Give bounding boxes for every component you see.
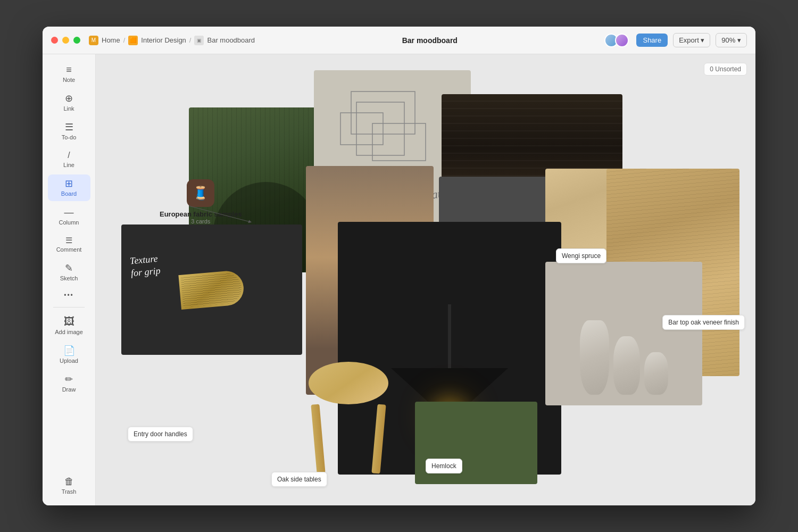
sidebar-label-line: Line [63,162,74,168]
breadcrumb-sep-2: / [189,36,192,44]
stool-leg-right [371,404,386,474]
sidebar-label-note: Note [63,77,75,83]
vase-tall [580,320,609,395]
stool-block [295,351,402,479]
link-icon: ⊕ [65,94,73,103]
moodboard: 0 Unsorted Herringbone pattern [96,54,755,505]
comment-icon: ☰ [65,236,72,244]
stool-top [309,362,388,404]
sidebar-item-todo[interactable]: ☰ To-do [48,118,90,145]
minimize-button[interactable] [62,37,69,44]
draw-icon: ✏ [65,375,73,384]
main-layout: ≡ Note ⊕ Link ☰ To-do / Line ⊞ Board ― C… [43,54,755,505]
unsorted-badge[interactable]: 0 Unsorted [704,63,747,76]
sidebar-item-board[interactable]: ⊞ Board [48,174,90,201]
sidebar-label-add-image: Add image [55,329,83,335]
sidebar-item-comment[interactable]: ☰ Comment [48,232,90,257]
upload-icon: 📄 [63,346,75,355]
breadcrumb-home[interactable]: Home [102,36,120,44]
sidebar-label-column: Column [59,219,79,226]
more-icon: ••• [64,292,74,298]
sidebar-label-comment: Comment [56,246,82,253]
sidebar-label-draw: Draw [62,386,76,393]
add-image-icon: 🖼 [64,316,74,327]
export-button[interactable]: Export ▾ [673,33,710,47]
sidebar-label-trash: Trash [62,488,77,495]
board-icon: ⊞ [65,179,73,188]
sidebar-divider [53,307,85,307]
sidebar-item-add-image[interactable]: 🖼 Add image [48,312,90,339]
app-icon: M [89,36,98,45]
handle-shape [178,270,245,310]
hemlock-label: Hemlock [426,459,462,473]
title-bar: M Home / 🟧 Interior Design / ▣ Bar moodb… [43,27,755,54]
avatar-user-b [615,34,629,47]
line-icon: / [68,151,70,160]
door-handle-block [121,225,302,355]
sidebar-item-note[interactable]: ≡ Note [48,61,90,87]
texture-grip-note: Texturefor grip [129,253,161,280]
sidebar-item-upload[interactable]: 📄 Upload [48,342,90,368]
sidebar-item-sketch[interactable]: ✎ Sketch [48,259,90,286]
avatar-stack [604,34,629,47]
fabric-title: European fabric samples [160,210,242,218]
app-window: M Home / 🟧 Interior Design / ▣ Bar moodb… [43,27,755,505]
trash-icon: 🗑 [64,477,74,486]
entry-door-label: Entry door handles [128,427,193,442]
zoom-button[interactable]: 90% ▾ [716,33,747,47]
fabric-label: European fabric samples 3 cards [160,210,242,225]
oak-tables-label: Oak side tables [271,472,327,487]
fabric-count: 3 cards [160,218,242,225]
vase-mid [613,336,640,395]
sidebar-label-sketch: Sketch [60,275,78,281]
maximize-button[interactable] [73,37,80,44]
sidebar-item-line[interactable]: / Line [48,147,90,172]
close-button[interactable] [51,37,58,44]
breadcrumb: M Home / 🟧 Interior Design / ▣ Bar moodb… [89,36,255,45]
sidebar-label-link: Link [63,105,74,112]
column-icon: ― [64,207,74,217]
lamp-stem [448,304,451,368]
fabric-samples-group: 🧵 European fabric samples 3 cards [160,179,242,225]
note-icon: ≡ [66,65,72,74]
share-button[interactable]: Share [636,34,668,47]
sidebar: ≡ Note ⊕ Link ☰ To-do / Line ⊞ Board ― C… [43,54,96,505]
title-bar-right: Share Export ▾ 90% ▾ [604,33,747,47]
sidebar-label-board: Board [61,190,77,197]
vases-block [545,262,702,405]
fabric-icon: 🧵 [187,179,214,207]
breadcrumb-page[interactable]: Bar moodboard [207,36,255,44]
project-folder-icon: 🟧 [128,36,138,45]
page-title: Bar moodboard [255,36,604,45]
canvas[interactable]: 0 Unsorted Herringbone pattern [96,54,755,505]
wengi-spruce-label: Wengi spruce [556,248,606,263]
sidebar-item-draw[interactable]: ✏ Draw [48,370,90,397]
bar-top-label: Bar top oak veneer finish [662,315,745,330]
stool-leg-left [311,404,325,474]
svg-rect-3 [356,102,404,155]
breadcrumb-project[interactable]: Interior Design [141,36,186,44]
todo-icon: ☰ [65,122,73,132]
vase-short [644,352,668,395]
sidebar-label-upload: Upload [60,358,78,364]
svg-rect-1 [340,113,383,145]
sidebar-label-todo: To-do [62,134,77,140]
traffic-lights [51,37,80,44]
sidebar-item-link[interactable]: ⊕ Link [48,89,90,116]
page-board-icon: ▣ [194,36,204,45]
sidebar-item-column[interactable]: ― Column [48,203,90,230]
sketch-icon: ✎ [65,263,73,273]
sidebar-item-trash[interactable]: 🗑 Trash [48,472,90,499]
sidebar-item-more[interactable]: ••• [48,288,90,303]
breadcrumb-sep-1: / [123,36,126,44]
